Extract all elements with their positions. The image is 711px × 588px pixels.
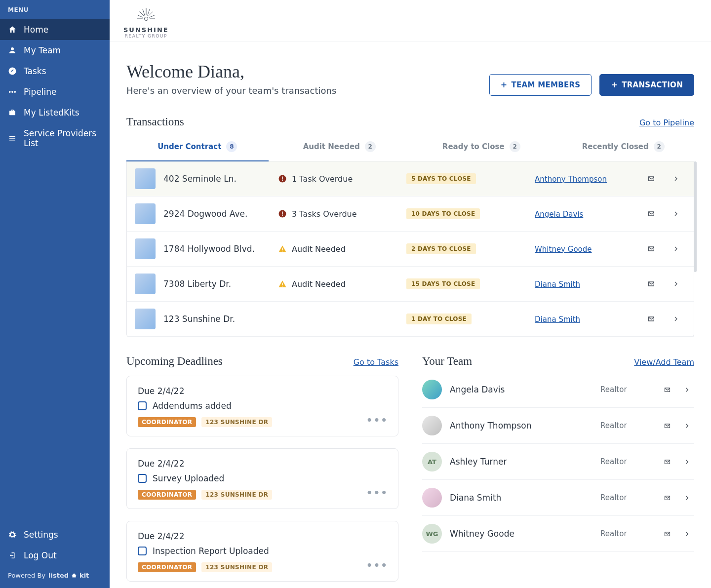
address-pill: 123 SUNSHINE DR (201, 417, 272, 427)
mail-icon[interactable] (636, 280, 666, 288)
sidebar-item-my-listedkits[interactable]: My ListedKits (0, 102, 110, 123)
property-thumbnail (135, 274, 156, 294)
task-checkbox[interactable] (138, 474, 147, 483)
app-logo: SUNSHINE REALTY GROUP (123, 2, 169, 39)
transaction-row[interactable]: 123 Sunshine Dr. 1 DAY TO CLOSE Diana Sm… (127, 302, 694, 337)
agent-link[interactable]: Diana Smith (535, 315, 580, 324)
tab-label: Recently Closed (582, 142, 649, 151)
main: SUNSHINE REALTY GROUP Welcome Diana, Her… (110, 0, 711, 588)
more-icon[interactable]: ••• (366, 414, 388, 426)
property-address: 123 Sunshine Dr. (163, 314, 235, 324)
mail-icon[interactable] (655, 458, 679, 466)
view-add-team-link[interactable]: View/Add Team (634, 357, 694, 367)
agent-link[interactable]: Angela Davis (535, 210, 583, 219)
transaction-row[interactable]: 2924 Dogwood Ave. 3 Tasks Overdue 10 DAY… (127, 196, 694, 232)
chevron-right-icon[interactable] (666, 210, 686, 218)
team-members-button[interactable]: + TEAM MEMBERS (489, 74, 592, 96)
task-checkbox[interactable] (138, 401, 147, 410)
team-member-row[interactable]: WG Whitney Goode Realtor (422, 516, 694, 552)
chevron-right-icon[interactable] (666, 315, 686, 323)
agent-link[interactable]: Whitney Goode (535, 245, 592, 254)
team-member-row[interactable]: Diana Smith Realtor (422, 480, 694, 516)
agent-link[interactable]: Anthony Thompson (535, 175, 607, 184)
role-pill: COORDINATOR (138, 562, 196, 572)
member-name: Angela Davis (450, 385, 600, 394)
chevron-right-icon[interactable] (679, 386, 694, 393)
avatar: AT (422, 452, 442, 471)
sidebar-item-service-providers-list[interactable]: Service Providers List (0, 123, 110, 154)
sidebar-item-tasks[interactable]: Tasks (0, 61, 110, 81)
member-role: Realtor (600, 457, 655, 466)
member-role: Realtor (600, 385, 655, 394)
sidebar-item-label: My Team (24, 45, 61, 55)
add-transaction-button[interactable]: + TRANSACTION (599, 74, 694, 96)
mail-icon[interactable] (655, 530, 679, 538)
sidebar-item-label: Home (24, 25, 48, 35)
more-icon[interactable]: ••• (366, 487, 388, 499)
status-text: 3 Tasks Overdue (292, 209, 357, 219)
mail-icon[interactable] (636, 315, 666, 323)
transactions-list: 402 Seminole Ln. 1 Task Overdue 5 DAYS T… (126, 161, 694, 337)
more-icon[interactable]: ••• (366, 559, 388, 571)
tab-ready-to-close[interactable]: Ready to Close2 (410, 132, 553, 161)
role-pill: COORDINATOR (138, 417, 196, 427)
svg-line-13 (139, 12, 144, 16)
chevron-right-icon[interactable] (666, 245, 686, 253)
upcoming-deadlines-section: Upcoming Deadlines Go to Tasks Due 2/4/2… (126, 355, 398, 582)
member-name: Whitney Goode (450, 529, 600, 539)
mail-icon[interactable] (655, 386, 679, 393)
chevron-right-icon[interactable] (679, 530, 694, 538)
transaction-row[interactable]: 402 Seminole Ln. 1 Task Overdue 5 DAYS T… (127, 161, 694, 196)
task-checkbox[interactable] (138, 547, 147, 555)
mail-icon[interactable] (636, 175, 666, 183)
status-text: Audit Needed (292, 279, 346, 289)
team-member-row[interactable]: Angela Davis Realtor (422, 372, 694, 408)
chevron-right-icon[interactable] (666, 280, 686, 288)
mail-icon[interactable] (636, 210, 666, 218)
sidebar-item-my-team[interactable]: My Team (0, 40, 110, 61)
chevron-right-icon[interactable] (679, 494, 694, 502)
tab-audit-needed[interactable]: Audit Needed2 (269, 132, 411, 161)
avatar (422, 488, 442, 508)
mail-icon[interactable] (636, 245, 666, 253)
tab-recently-closed[interactable]: Recently Closed2 (553, 132, 695, 161)
sidebar-item-label: Pipeline (24, 87, 57, 97)
tab-count-badge: 2 (510, 141, 520, 152)
sidebar-item-home[interactable]: Home (0, 19, 110, 40)
tab-label: Ready to Close (442, 142, 505, 151)
team-member-row[interactable]: Anthony Thompson Realtor (422, 408, 694, 444)
svg-line-16 (148, 9, 150, 16)
close-badge: 2 DAYS TO CLOSE (406, 243, 476, 254)
alert-circle-icon (278, 209, 287, 218)
team-member-row[interactable]: AT Ashley Turner Realtor (422, 444, 694, 480)
go-to-pipeline-link[interactable]: Go to Pipeline (639, 118, 694, 127)
mail-icon[interactable] (655, 494, 679, 502)
address-pill: 123 SUNSHINE DR (201, 562, 272, 572)
tab-under-contract[interactable]: Under Contract8 (126, 132, 269, 161)
sidebar-item-log-out[interactable]: Log Out (0, 545, 110, 566)
topbar: SUNSHINE REALTY GROUP (110, 0, 711, 41)
due-date: Due 2/4/22 (138, 386, 387, 396)
agent-link[interactable]: Diana Smith (535, 280, 580, 289)
close-badge: 1 DAY TO CLOSE (406, 314, 472, 324)
sidebar-item-pipeline[interactable]: Pipeline (0, 81, 110, 102)
member-name: Ashley Turner (450, 457, 600, 467)
scrollbar[interactable] (694, 161, 697, 272)
go-to-tasks-link[interactable]: Go to Tasks (354, 357, 398, 367)
property-address: 402 Seminole Ln. (163, 174, 237, 184)
transaction-row[interactable]: 7308 Liberty Dr. Audit Needed 15 DAYS TO… (127, 267, 694, 302)
deadline-card: Due 2/4/22 Survey Uploaded COORDINATOR 1… (126, 448, 398, 509)
nav-bottom: SettingsLog Out (0, 524, 110, 566)
svg-line-14 (148, 12, 153, 16)
transaction-row[interactable]: 1784 Hollywood Blvd. Audit Needed 2 DAYS… (127, 232, 694, 267)
svg-point-9 (144, 17, 148, 20)
menu-label: MENU (0, 0, 110, 19)
chevron-right-icon[interactable] (679, 458, 694, 466)
mail-icon[interactable] (655, 422, 679, 430)
page-subtitle: Here's an overview of your team's transa… (126, 85, 336, 96)
sidebar-item-label: Settings (24, 530, 58, 540)
briefcase-icon (8, 108, 17, 117)
chevron-right-icon[interactable] (666, 175, 686, 183)
chevron-right-icon[interactable] (679, 422, 694, 430)
sidebar-item-settings[interactable]: Settings (0, 524, 110, 545)
